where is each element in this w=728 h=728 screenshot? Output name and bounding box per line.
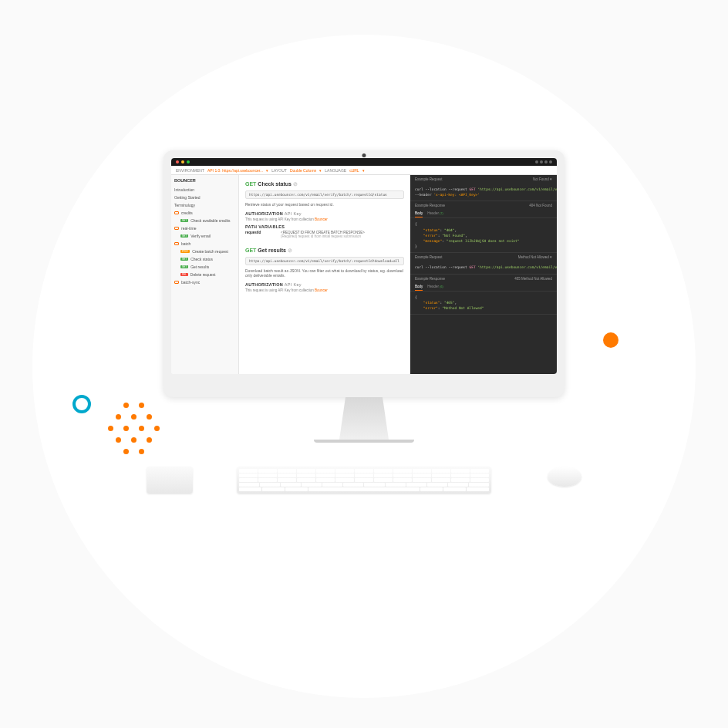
sidebar-item-label: Get results [190,265,209,269]
sidebar-item-terminology[interactable]: Terminology [174,201,235,209]
tab-header[interactable]: Header (6) [427,283,443,291]
sidebar-item-getting-started[interactable]: Getting Started [174,194,235,201]
example-request-block: Example RequestMethod Not Allowed ▾ curl… [410,253,557,274]
sidebar-item-label: batch-sync [181,280,200,285]
folder-icon [174,281,179,284]
imac-mockup: ENVIRONMENT API 1.0: https://api.useboun… [163,150,565,443]
tab-header[interactable]: Header (7) [427,210,443,217]
get-badge-icon: GET [180,265,188,268]
imac-base [314,440,414,443]
example-response-block: Example Response404 Not Found BodyHeader… [410,201,557,253]
env-dropdown[interactable]: API 1.0: https://api.usebouncer... [207,168,263,173]
sidebar-title: BOUNCER [174,178,235,183]
sidebar: BOUNCER IntroductionGetting StartedTermi… [171,175,239,374]
collection-link[interactable]: Bouncer [315,288,328,292]
sidebar-item-label: Getting Started [174,195,201,200]
minimize-icon[interactable] [181,160,184,163]
path-variables-label: PATH VARIABLES [245,224,404,229]
endpoint-url[interactable]: https://api.usebouncer.com/v1/email/veri… [245,257,404,265]
documentation-panel: GET Check status ⊘ https://api.usebounce… [239,175,410,374]
decoration-dots-cluster [108,395,170,453]
endpoint-title: Check status [258,181,292,187]
link-icon[interactable]: ⊘ [293,181,298,187]
sidebar-item-get-results[interactable]: GETGet results [174,263,235,271]
sidebar-item-batch-sync[interactable]: batch-sync [174,278,235,286]
folder-icon [174,211,179,214]
get-badge-icon: GET [180,219,188,222]
trackpad [147,467,193,494]
sidebar-item-label: Introduction [174,187,194,192]
decoration-ring-icon [72,395,91,413]
endpoint-title: Get results [258,248,286,253]
param-name: requestId [245,231,275,238]
method-badge: GET [245,248,256,253]
mouse [548,467,581,487]
param-desc: (Required) request id from initial reque… [281,234,365,238]
sidebar-item-batch[interactable]: batch [174,240,235,248]
layout-label: LAYOUT [271,168,287,173]
del-badge-icon: DEL [180,273,188,276]
sidebar-item-check-status[interactable]: GETCheck status [174,255,235,263]
lang-dropdown[interactable]: cURL [349,168,359,173]
post-badge-icon: POST [180,250,190,253]
folder-icon [174,242,179,245]
close-icon[interactable] [176,160,179,163]
sidebar-item-label: Check available credits [190,218,230,223]
sidebar-item-create-batch-request[interactable]: POSTCreate batch request [174,248,235,255]
keyboard [237,467,491,494]
endpoint-url[interactable]: https://api.usebouncer.com/v1/email/veri… [245,190,404,199]
sidebar-item-credits[interactable]: credits [174,209,235,217]
status-dropdown[interactable]: Method Not Allowed ▾ [518,255,552,259]
sidebar-item-label: credits [181,211,193,215]
status-label: 404 Not Found [529,204,552,207]
endpoint-check-status: GET Check status ⊘ https://api.usebounce… [245,181,404,238]
camera-icon [362,153,366,157]
example-request-block: Example RequestNot Found ▾ curl --locati… [410,175,557,201]
status-label: 405 Method Not Allowed [514,277,552,281]
folder-icon [174,227,179,230]
env-label: ENVIRONMENT [176,168,204,173]
example-response-block: Example Response405 Method Not Allowed B… [410,275,557,315]
tab-body[interactable]: Body [415,283,423,291]
sidebar-item-verify-email[interactable]: GETVerify email [174,232,235,240]
sidebar-item-label: Verify email [190,234,211,238]
sidebar-item-label: batch [181,241,190,246]
maximize-icon[interactable] [187,160,190,163]
sidebar-item-real-time[interactable]: real-time [174,224,235,232]
sidebar-item-introduction[interactable]: Introduction [174,186,235,194]
link-icon[interactable]: ⊘ [288,248,292,253]
sidebar-item-label: Check status [190,257,213,261]
sidebar-item-delete-request[interactable]: DELDelete request [174,271,235,278]
collection-link[interactable]: Bouncer [315,217,328,221]
tab-body[interactable]: Body [415,210,423,217]
decoration-dot-icon [603,332,618,348]
sidebar-item-check-available-credits[interactable]: GETCheck available credits [174,217,235,224]
sidebar-item-label: Terminology [174,203,195,207]
layout-dropdown[interactable]: Double Column [290,168,316,173]
app-toolbar: ENVIRONMENT API 1.0: https://api.useboun… [171,166,557,175]
screen-frame: ENVIRONMENT API 1.0: https://api.useboun… [163,150,565,397]
sidebar-item-label: real-time [181,226,196,231]
endpoint-description: Retrieve status of your request based on… [245,202,404,207]
imac-stand [333,397,395,440]
get-badge-icon: GET [180,258,188,261]
browser-titlebar [171,158,557,166]
endpoint-description: Download batch result as JSON. You can f… [245,268,404,278]
code-examples-panel: Example RequestNot Found ▾ curl --locati… [410,175,557,374]
sidebar-item-label: Delete request [190,272,216,277]
status-dropdown[interactable]: Not Found ▾ [533,177,552,181]
method-badge: GET [245,181,256,187]
sidebar-item-label: Create batch request [192,249,228,254]
lang-label: LANGUAGE [325,168,346,173]
get-badge-icon: GET [180,234,188,238]
screen: ENVIRONMENT API 1.0: https://api.useboun… [171,158,557,374]
endpoint-get-results: GET Get results ⊘ https://api.usebouncer… [245,248,404,292]
